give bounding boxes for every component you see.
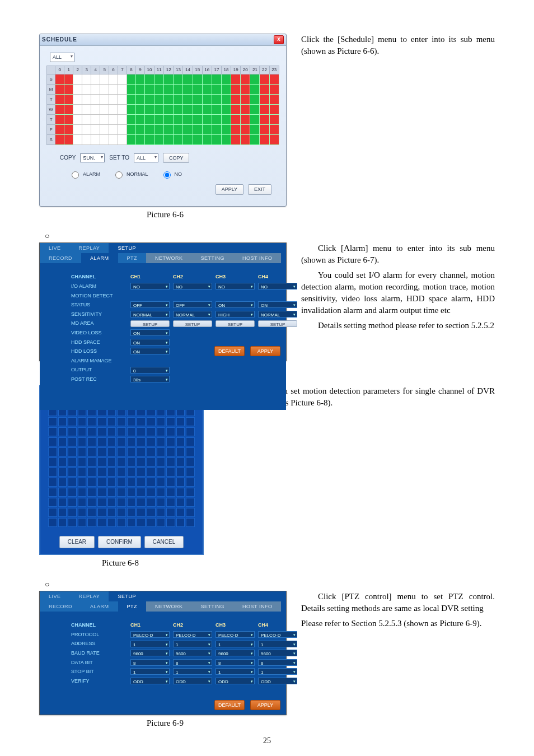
sensitivity-select-1[interactable]: NORMAL xyxy=(130,311,170,318)
status-select-2[interactable]: OFF xyxy=(173,301,212,308)
ptz-text-1: Click [PTZ control] menu to set PTZ cont… xyxy=(301,591,495,614)
baud-rate-select-4[interactable]: 9600 xyxy=(258,650,297,656)
bullet-ptz: ○ PTZ control xyxy=(45,579,495,590)
alarm-text-1: Click [Alarm] menu to enter into its sub… xyxy=(301,242,495,266)
i/o-alarm-select-1[interactable]: NO xyxy=(130,283,170,290)
data-bit-select-1[interactable]: 8 xyxy=(130,659,170,666)
status-select-4[interactable]: ON xyxy=(258,301,297,308)
tab-network[interactable]: NETWORK xyxy=(146,601,192,612)
default-button[interactable]: DEFAULT xyxy=(214,346,245,356)
legend-normal[interactable]: NORMAL xyxy=(113,170,148,179)
ptz-panel: LIVEREPLAYSETUP RECORDALARMPTZNETWORKSET… xyxy=(39,591,287,715)
sensitivity-select-3[interactable]: HIGH xyxy=(216,311,255,318)
motion-grid[interactable] xyxy=(47,406,196,528)
data-bit-select-4[interactable]: 8 xyxy=(258,659,297,666)
baud-rate-select-3[interactable]: 9600 xyxy=(216,650,255,656)
verify-select-2[interactable]: ODD xyxy=(173,678,212,684)
tab-live[interactable]: LIVE xyxy=(40,243,70,253)
schedule-title: SCHEDULE xyxy=(42,36,77,44)
tab-record[interactable]: RECORD xyxy=(40,601,81,612)
confirm-button[interactable]: CONFIRM xyxy=(98,536,141,548)
tab-ptz[interactable]: PTZ xyxy=(118,601,147,612)
schedule-channel-select[interactable]: ALL xyxy=(50,53,74,62)
verify-select-1[interactable]: ODD xyxy=(130,678,170,684)
clear-button[interactable]: CLEAR xyxy=(59,536,95,548)
video-loss-select-1[interactable]: ON xyxy=(130,329,170,336)
stop-bit-select-2[interactable]: 1 xyxy=(173,668,212,675)
verify-select-3[interactable]: ODD xyxy=(216,678,255,684)
exit-button[interactable]: EXIT xyxy=(248,184,271,195)
legend-alarm[interactable]: ALARM xyxy=(69,170,100,179)
stop-bit-select-4[interactable]: 1 xyxy=(258,668,297,675)
i/o-alarm-select-2[interactable]: NO xyxy=(173,283,212,290)
copy-button[interactable]: COPY xyxy=(163,153,190,164)
caption-6-9: Picture 6-9 xyxy=(39,717,291,729)
tab-setup[interactable]: SETUP xyxy=(109,243,145,253)
stop-bit-select-3[interactable]: 1 xyxy=(216,668,255,675)
apply-button[interactable]: APPLY xyxy=(216,184,243,195)
motion-window: MOTION × CLEAR CONFIRM CANCEL xyxy=(39,385,204,554)
post-rec-select-1[interactable]: 30s xyxy=(130,376,170,382)
tab-ptz[interactable]: PTZ xyxy=(118,253,147,263)
tab-host-info[interactable]: HOST INFO xyxy=(233,601,281,612)
md-area-button-2[interactable]: SETUP xyxy=(173,320,212,327)
caption-6-6: Picture 6-6 xyxy=(39,209,291,221)
alarm-panel: LIVEREPLAYSETUP RECORDALARMPTZNETWORKSET… xyxy=(39,242,287,361)
i/o-alarm-select-4[interactable]: NO xyxy=(258,283,297,290)
setto-select[interactable]: ALL xyxy=(134,153,158,163)
baud-rate-select-2[interactable]: 9600 xyxy=(173,650,212,656)
status-select-3[interactable]: ON xyxy=(216,301,255,308)
output-select-1[interactable]: 0 xyxy=(130,367,170,374)
verify-select-4[interactable]: ODD xyxy=(258,678,297,684)
tab-alarm[interactable]: ALARM xyxy=(81,601,118,612)
sensitivity-select-2[interactable]: NORMAL xyxy=(173,311,212,318)
protocol-select-1[interactable]: PELCO-D xyxy=(130,631,170,638)
bullet-alarm: ○ Alarm setup xyxy=(45,231,495,242)
schedule-window: SCHEDULE x ALL 0123456789101112131415161… xyxy=(39,34,287,207)
stop-bit-select-1[interactable]: 1 xyxy=(130,668,170,675)
page-number: 25 xyxy=(0,735,534,746)
md-area-button-1[interactable]: SETUP xyxy=(130,320,170,327)
schedule-grid[interactable]: 01234567891011121314151617181920212223 S… xyxy=(46,66,279,145)
tab-setup[interactable]: SETUP xyxy=(109,591,145,601)
alarm-text-2: You could set I/O alarm for every channe… xyxy=(301,269,495,316)
tab-live[interactable]: LIVE xyxy=(40,591,70,601)
address-select-3[interactable]: 1 xyxy=(216,641,255,647)
i/o-alarm-select-3[interactable]: NO xyxy=(216,283,255,290)
cancel-button[interactable]: CANCEL xyxy=(144,536,184,548)
sched-text: Click the [Schedule] menu to enter into … xyxy=(301,34,495,57)
alarm-text-3: Details setting method please refer to s… xyxy=(301,320,495,332)
status-select-1[interactable]: OFF xyxy=(130,301,170,308)
copy-from-select[interactable]: SUN. xyxy=(80,153,105,163)
protocol-select-2[interactable]: PELCO-D xyxy=(173,631,212,638)
address-select-2[interactable]: 1 xyxy=(173,641,212,647)
caption-6-8: Picture 6-8 xyxy=(39,557,202,569)
hdd-loss-select-1[interactable]: ON xyxy=(130,348,170,354)
md-area-button-4[interactable]: SETUP xyxy=(258,320,297,327)
address-select-4[interactable]: 1 xyxy=(258,641,297,647)
schedule-titlebar: SCHEDULE x xyxy=(40,34,286,46)
tab-network[interactable]: NETWORK xyxy=(146,253,192,263)
tab-setting[interactable]: SETTING xyxy=(192,601,234,612)
tab-record[interactable]: RECORD xyxy=(40,253,81,263)
md-area-button-3[interactable]: SETUP xyxy=(216,320,255,327)
hdd-space-select-1[interactable]: ON xyxy=(130,339,170,346)
data-bit-select-3[interactable]: 8 xyxy=(216,659,255,666)
apply-button[interactable]: APPLY xyxy=(250,346,280,356)
default-button[interactable]: DEFAULT xyxy=(214,700,245,710)
tab-host-info[interactable]: HOST INFO xyxy=(233,253,281,263)
tab-alarm[interactable]: ALARM xyxy=(81,253,118,263)
legend-no[interactable]: NO xyxy=(161,170,182,179)
data-bit-select-2[interactable]: 8 xyxy=(173,659,212,666)
tab-setting[interactable]: SETTING xyxy=(192,253,234,263)
protocol-select-4[interactable]: PELCO-D xyxy=(258,631,297,638)
tab-replay[interactable]: REPLAY xyxy=(70,591,109,601)
close-icon[interactable]: x xyxy=(274,35,284,44)
baud-rate-select-1[interactable]: 9600 xyxy=(130,650,170,656)
tab-replay[interactable]: REPLAY xyxy=(70,243,109,253)
protocol-select-3[interactable]: PELCO-D xyxy=(216,631,255,638)
sensitivity-select-4[interactable]: NORMAL xyxy=(258,311,297,318)
setto-label: SET TO xyxy=(109,154,129,162)
address-select-1[interactable]: 1 xyxy=(130,641,170,647)
apply-button[interactable]: APPLY xyxy=(250,700,280,710)
